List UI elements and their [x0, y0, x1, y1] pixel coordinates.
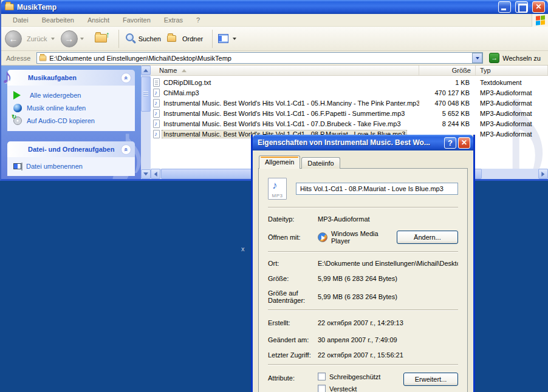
file-name: Instrumental Music. Best World's Hits Vo… — [162, 100, 419, 107]
sort-ascending-icon — [182, 67, 187, 72]
file-name: Instrumental Music. Best World's Hits Vo… — [162, 110, 406, 117]
dialog-title-bar: Eigenschaften von Instrumental Music. Be… — [253, 135, 473, 150]
music-note-icon: ♪ — [2, 66, 12, 86]
sidebar-scrollbar[interactable] — [141, 66, 151, 179]
column-headers: Name Größe Typ — [151, 66, 548, 76]
up-button[interactable] — [95, 34, 108, 44]
desktop-artifact: x — [241, 245, 245, 252]
views-icon[interactable] — [218, 34, 228, 43]
mp3-file-icon — [153, 89, 160, 97]
readonly-checkbox[interactable] — [318, 373, 326, 380]
address-input[interactable]: E:\Dokumente und Einstellungen\Michail\D… — [49, 55, 470, 62]
file-type: MP3-Audioformat — [476, 130, 548, 138]
created-label: Erstellt: — [268, 319, 318, 326]
address-label: Adresse — [4, 55, 33, 62]
hidden-label: Versteckt — [329, 385, 357, 392]
mp3-file-icon — [153, 130, 160, 138]
back-label: Zurück — [27, 35, 47, 42]
mp3-file-icon — [153, 99, 160, 107]
dialog-close-button[interactable] — [458, 137, 470, 149]
menu-datei[interactable]: Datei — [6, 16, 35, 24]
forward-button[interactable] — [61, 30, 78, 47]
menu-bearbeiten[interactable]: Bearbeiten — [35, 16, 81, 24]
text-file-icon — [153, 78, 160, 87]
back-dropdown-icon[interactable] — [51, 38, 55, 42]
hidden-checkbox[interactable] — [318, 385, 326, 392]
back-button[interactable] — [5, 30, 22, 47]
search-icon[interactable] — [126, 33, 134, 41]
go-arrow-icon: → — [489, 53, 499, 63]
openwith-value: Windows Media Player — [331, 230, 397, 245]
column-header-size[interactable]: Größe — [419, 66, 476, 75]
menu-extras[interactable]: Extras — [157, 16, 190, 24]
forward-dropdown-icon[interactable] — [80, 38, 84, 42]
window-title: MusikTemp — [17, 3, 494, 12]
menu-bar: Datei Bearbeiten Ansicht Favoriten Extra… — [1, 14, 548, 27]
table-row[interactable]: CDRipDllLog.txt 1 KB Textdokument — [151, 77, 548, 87]
filename-field[interactable]: Hits Vol.1-Cd1 - 08.P.Mauriat - Love Is … — [296, 183, 458, 195]
tab-dateiinfo[interactable]: Dateiinfo — [301, 157, 340, 169]
file-folder-tasks-header[interactable]: Datei- und Ordneraufgaben — [7, 141, 135, 157]
task-copy-to-audio-cd[interactable]: Auf Audio-CD kopieren — [13, 117, 131, 125]
tab-allgemein[interactable]: Allgemein — [259, 155, 300, 169]
size-value: 5,99 MB (6 283 264 Bytes) — [318, 275, 458, 282]
file-name: Instrumental Music. Best World's Hits Vo… — [162, 120, 402, 127]
file-folder-tasks-panel: Datei- und Ordneraufgaben Datei umbenenn… — [7, 141, 135, 176]
task-rename-file[interactable]: Datei umbenennen — [13, 163, 131, 170]
file-type: MP3-Audioformat — [476, 100, 548, 107]
task-play-all[interactable]: Alle wiedergeben — [13, 91, 131, 100]
up-folder-icon — [95, 34, 107, 42]
task-label: Datei umbenennen — [26, 163, 83, 170]
search-button[interactable]: Suchen — [139, 35, 161, 42]
file-name: CDRipDllLog.txt — [162, 79, 212, 86]
collapse-chevron-icon[interactable] — [121, 144, 131, 155]
table-row[interactable]: Instrumental Music. Best World's Hits Vo… — [151, 118, 548, 129]
scroll-down-icon[interactable] — [141, 169, 151, 179]
column-header-name[interactable]: Name — [151, 66, 419, 75]
minimize-button[interactable] — [498, 1, 511, 13]
windows-media-player-icon — [318, 232, 327, 242]
collapse-chevron-icon[interactable] — [121, 73, 131, 83]
address-combo[interactable]: E:\Dokumente und Einstellungen\Michail\D… — [36, 52, 483, 64]
scrollbar-thumb[interactable] — [141, 76, 151, 112]
menu-favoriten[interactable]: Favoriten — [116, 16, 157, 24]
scroll-left-icon[interactable] — [151, 169, 160, 179]
folders-icon[interactable] — [167, 35, 176, 42]
table-row[interactable]: Instrumental Music. Best World's Hits Vo… — [151, 98, 548, 108]
menu-help[interactable]: ? — [190, 16, 207, 24]
folders-button[interactable]: Ordner — [182, 35, 203, 42]
change-button[interactable]: Ändern... — [397, 231, 458, 244]
music-tasks-panel: ♪ Musikaufgaben Alle wiedergeben Musik o… — [7, 70, 135, 131]
music-tasks-header[interactable]: Musikaufgaben — [7, 70, 135, 86]
divider — [268, 309, 458, 311]
mp3-file-icon: ♪ MP3 — [268, 178, 287, 200]
advanced-button[interactable]: Erweitert... — [403, 373, 458, 386]
address-dropdown-button[interactable] — [472, 53, 482, 63]
address-folder-icon — [39, 55, 47, 61]
views-dropdown-icon[interactable] — [233, 38, 236, 42]
filetype-value: MP3-Audioformat — [318, 215, 458, 223]
toolbar-separator — [212, 30, 213, 48]
filetype-label: Dateityp: — [268, 215, 318, 223]
close-button[interactable] — [532, 1, 545, 13]
go-button[interactable]: → Wechseln zu — [487, 52, 546, 65]
scroll-up-icon[interactable] — [141, 66, 151, 75]
location-label: Ort: — [268, 260, 318, 267]
dialog-tabs: Allgemein Dateiinfo — [258, 155, 468, 169]
toolbar-separator — [118, 30, 119, 48]
menu-ansicht[interactable]: Ansicht — [81, 16, 116, 24]
scroll-right-icon[interactable] — [538, 169, 548, 179]
task-buy-music-online[interactable]: Musik online kaufen — [13, 104, 131, 112]
file-type: Textdokument — [476, 79, 548, 86]
column-header-type[interactable]: Typ — [476, 66, 548, 75]
address-bar: Adresse E:\Dokumente und Einstellungen\M… — [1, 51, 548, 66]
file-size: 1 KB — [419, 79, 476, 86]
cd-icon — [13, 117, 22, 125]
maximize-button[interactable] — [515, 1, 528, 13]
help-button[interactable] — [444, 137, 456, 149]
task-label: Alle wiedergeben — [30, 92, 81, 99]
table-row[interactable]: Instrumental Music. Best World's Hits Vo… — [151, 108, 548, 118]
file-size: 5 652 KB — [419, 110, 476, 117]
table-row[interactable]: ChiMai.mp3 470 127 KB MP3-Audioformat — [151, 87, 548, 98]
attributes-label: Attribute: — [268, 373, 318, 392]
